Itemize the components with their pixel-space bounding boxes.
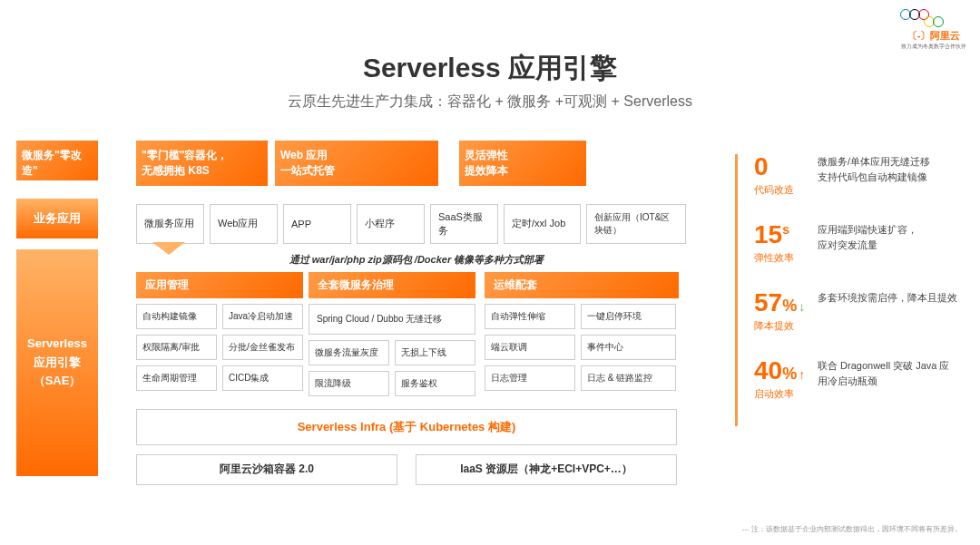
biz-box: Web应用 [210, 204, 278, 244]
logo-tagline: 致力成为冬奥数字合作伙伴 [901, 43, 966, 51]
biz-box: 定时/xxl Job [504, 204, 581, 244]
biz-box: 微服务应用 [136, 204, 204, 244]
arrow-down-icon: ↓ [799, 299, 805, 314]
brand-logo: 〔-〕阿里云 致力成为冬奥数字合作伙伴 [901, 9, 966, 51]
mgmt-box: Spring Cloud / Dubbo 无缝迁移 [309, 304, 475, 335]
top-header-1: "零门槛"容器化， 无感拥抱 K8S [136, 141, 268, 186]
mgmt-header: 运维配套 [485, 272, 679, 298]
side-label-sae: Serverless 应用引擎 （SAE） [16, 249, 98, 476]
iaas-box: 阿里云沙箱容器 2.0 [136, 454, 397, 485]
mgmt-box: 一键启停环境 [581, 304, 676, 329]
biz-box: 创新应用（IOT&区块链） [586, 204, 686, 244]
page-subtitle: 云原生先进生产力集成：容器化 + 微服务 +可观测 + Serverless [0, 92, 980, 112]
stats-panel: 0代码改造 微服务/单体应用无缝迁移 支持代码包自动构建镜像 15s弹性效率 应… [735, 154, 957, 426]
mgmt-box: 限流降级 [309, 371, 389, 396]
stat-item: 57%↓降本提效 多套环境按需启停，降本且提效 [754, 290, 957, 333]
mgmt-box: 自动构建镜像 [136, 304, 217, 329]
iaas-box: IaaS 资源层（神龙+ECI+VPC+…） [416, 454, 677, 485]
mgmt-box: 事件中心 [581, 335, 676, 360]
mgmt-box: 分批/金丝雀发布 [222, 335, 303, 360]
side-label-biz: 业务应用 [16, 199, 98, 238]
mgmt-box: 权限隔离/审批 [136, 335, 217, 360]
arrow-up-icon: ↑ [799, 367, 805, 382]
stat-num: 0 [754, 154, 807, 180]
stat-item: 0代码改造 微服务/单体应用无缝迁移 支持代码包自动构建镜像 [754, 154, 957, 197]
logo-brand-text: 〔-〕阿里云 [901, 29, 966, 43]
page-title: Serverless 应用引擎 [0, 50, 980, 87]
mgmt-box: 日志管理 [485, 365, 575, 391]
diagram-main: 微服务"零改造" 无缝迁移 业务应用 Serverless 应用引擎 （SAE）… [16, 141, 697, 485]
stat-item: 40%↑启动效率 联合 Dragonwell 突破 Java 应用冷启动瓶颈 [754, 358, 957, 401]
stat-item: 15s弹性效率 应用端到端快速扩容， 应对突发流量 [754, 222, 957, 265]
top-header-3: 灵活弹性 提效降本 [459, 141, 586, 186]
top-header-0: 微服务"零改造" 无缝迁移 [16, 141, 98, 180]
mgmt-box: 生命周期管理 [136, 365, 217, 391]
biz-box: APP [283, 204, 351, 244]
footnote: --- 注：该数据基于企业内部测试数据得出，因环境不同将有所差异。 [742, 524, 962, 534]
mgmt-header: 应用管理 [136, 272, 303, 298]
mgmt-box: 微服务流量灰度 [309, 340, 389, 365]
top-header-2: Web 应用 一站式托管 [275, 141, 438, 186]
mgmt-box: 服务鉴权 [395, 371, 475, 396]
mgmt-box: 无损上下线 [395, 340, 475, 365]
mgmt-box: Java冷启动加速 [222, 304, 303, 329]
biz-box: SaaS类服务 [430, 204, 498, 244]
infra-box: Serverless Infra (基于 Kubernetes 构建) [136, 409, 677, 445]
mgmt-box: 自动弹性伸缩 [485, 304, 575, 329]
page-header: Serverless 应用引擎 云原生先进生产力集成：容器化 + 微服务 +可观… [0, 0, 980, 112]
mgmt-box: 日志 & 链路监控 [581, 365, 676, 391]
mgmt-box: CICD集成 [222, 365, 303, 391]
mgmt-header: 全套微服务治理 [309, 272, 475, 298]
biz-box: 小程序 [357, 204, 425, 244]
deploy-methods-text: 通过 war/jar/php zip源码包 /Docker 镜像等多种方式部署 [136, 253, 697, 267]
arrow-down-icon [152, 242, 185, 255]
mgmt-box: 端云联调 [485, 335, 575, 360]
